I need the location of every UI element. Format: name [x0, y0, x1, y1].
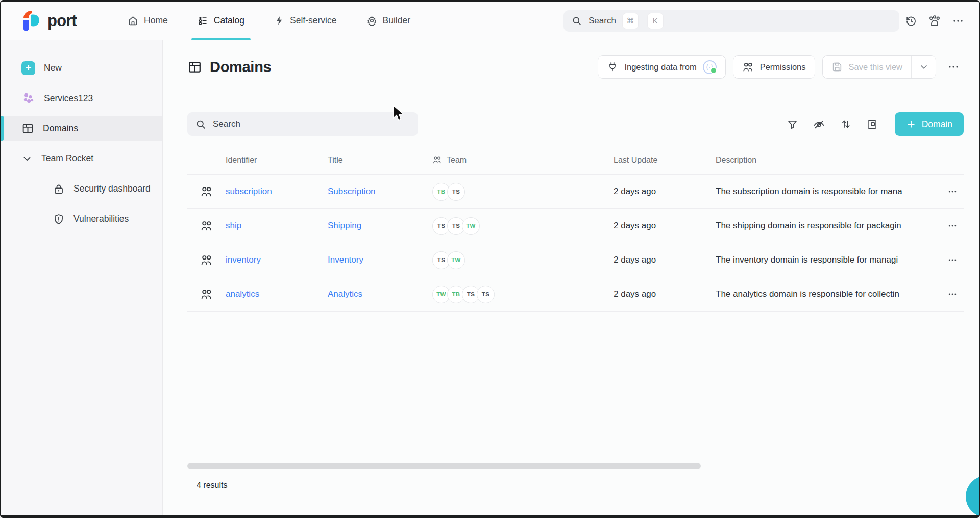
- catalog-icon: [198, 15, 208, 26]
- column-header-title[interactable]: Title: [328, 156, 432, 165]
- page-title: Domains: [187, 59, 271, 76]
- top-header: port Home Catalog: [1, 2, 979, 40]
- table-row: analytics Analytics TW TB TS TS 2 days a…: [187, 277, 964, 312]
- sidebar-item-team-rocket[interactable]: Team Rocket: [1, 146, 162, 171]
- team-badge[interactable]: TS: [447, 183, 465, 201]
- table-toolbar: Search: [187, 112, 964, 136]
- ellipsis-icon: [947, 221, 958, 231]
- search-placeholder: Search: [589, 16, 616, 26]
- nav-tab-label: Home: [144, 15, 168, 26]
- title-link[interactable]: Subscription: [328, 186, 432, 197]
- identifier-link[interactable]: subscription: [226, 186, 328, 197]
- plus-square-icon: +: [21, 61, 35, 75]
- ellipsis-icon: [947, 289, 958, 299]
- row-more-button[interactable]: [941, 221, 964, 231]
- row-more-button[interactable]: [941, 186, 964, 197]
- people-group-icon: [928, 14, 941, 28]
- filter-button[interactable]: [781, 113, 804, 135]
- port-logo-mark: [22, 10, 43, 32]
- primary-nav: Home Catalog Self-service: [128, 2, 410, 40]
- column-header-team[interactable]: Team: [432, 155, 614, 165]
- team-badges: TB TS: [432, 183, 614, 201]
- team-badge[interactable]: TW: [462, 217, 480, 235]
- title-link[interactable]: Inventory: [328, 255, 432, 265]
- nested-box-icon: [866, 119, 878, 130]
- table-row: inventory Inventory TS TW 2 days ago The…: [187, 243, 964, 277]
- history-button[interactable]: [899, 9, 923, 33]
- save-view-group: Save this view: [822, 55, 936, 79]
- identifier-link[interactable]: analytics: [226, 289, 328, 299]
- column-header-description[interactable]: Description: [716, 156, 941, 165]
- team-badges: TS TW: [432, 251, 614, 269]
- nav-tab-self-service[interactable]: Self-service: [274, 2, 336, 40]
- integration-status-icon: ⟨·⟩: [703, 60, 717, 74]
- column-header-last-update[interactable]: Last Update: [614, 156, 716, 165]
- sidebar-item-services123[interactable]: Services123: [1, 86, 162, 111]
- team-badge[interactable]: TW: [447, 251, 465, 269]
- eye-slash-icon: [813, 118, 825, 131]
- column-header-identifier[interactable]: Identifier: [226, 156, 328, 165]
- lock-icon: [53, 183, 65, 195]
- horizontal-scrollbar[interactable]: [187, 463, 701, 469]
- nav-tab-catalog[interactable]: Catalog: [198, 2, 244, 40]
- brand-name: port: [47, 12, 77, 30]
- row-more-button[interactable]: [941, 289, 964, 299]
- table-search-placeholder: Search: [213, 119, 240, 129]
- funnel-icon: [787, 119, 798, 130]
- domain-entity-icon: [187, 220, 226, 232]
- nav-tab-builder[interactable]: Builder: [366, 2, 410, 40]
- hide-columns-button[interactable]: [808, 113, 830, 135]
- plug-icon: [607, 61, 618, 73]
- search-icon: [195, 119, 206, 130]
- page-more-button[interactable]: [943, 55, 964, 79]
- table-row: subscription Subscription TB TS 2 days a…: [187, 175, 964, 209]
- ingesting-data-button[interactable]: Ingesting data from ⟨·⟩: [598, 55, 725, 79]
- table-search-input[interactable]: Search: [187, 112, 418, 136]
- people-icon: [742, 61, 754, 73]
- title-link[interactable]: Analytics: [328, 289, 432, 299]
- ellipsis-icon: [947, 255, 958, 265]
- identifier-link[interactable]: inventory: [226, 255, 328, 265]
- k-key-hint: K: [648, 13, 663, 29]
- ellipsis-icon: [952, 15, 964, 27]
- port-logo[interactable]: port: [22, 10, 77, 32]
- table-tools: Domain: [781, 112, 964, 136]
- save-view-button[interactable]: Save this view: [823, 56, 911, 78]
- sidebar-item-label: Vulnerabilities: [74, 214, 129, 224]
- nav-tab-label: Self-service: [290, 15, 336, 26]
- permissions-label: Permissions: [760, 62, 806, 72]
- search-icon: [572, 16, 582, 26]
- sidebar-item-new[interactable]: + New: [1, 56, 162, 81]
- results-count: 4 results: [197, 481, 227, 490]
- identifier-link[interactable]: ship: [226, 221, 328, 231]
- sidebar-item-label: New: [44, 63, 62, 74]
- team-badges: TS TS TW: [432, 217, 614, 235]
- title-link[interactable]: Shipping: [328, 221, 432, 231]
- row-more-button[interactable]: [941, 255, 964, 265]
- nav-tab-home[interactable]: Home: [128, 2, 168, 40]
- blueprint-cluster-icon: [21, 91, 35, 105]
- save-view-dropdown-button[interactable]: [911, 56, 936, 78]
- header-more-button[interactable]: [946, 9, 970, 33]
- gear-icon: [366, 15, 377, 26]
- sidebar-item-security-dashboard[interactable]: Security dashboard: [1, 176, 162, 201]
- chevron-down-icon: [21, 153, 33, 164]
- permissions-button[interactable]: Permissions: [733, 55, 815, 79]
- page-actions: Ingesting data from ⟨·⟩ Permissions: [598, 55, 964, 79]
- app-window: port Home Catalog: [0, 0, 980, 518]
- group-by-button[interactable]: [861, 113, 884, 135]
- organization-button[interactable]: [923, 9, 946, 33]
- sidebar-item-domains[interactable]: Domains: [1, 116, 162, 141]
- global-search-input[interactable]: Search ⌘ K: [564, 10, 899, 32]
- header-divider: [187, 96, 979, 96]
- team-badge[interactable]: TS: [477, 286, 495, 303]
- nav-tab-label: Builder: [383, 15, 410, 26]
- sort-button[interactable]: [835, 113, 857, 135]
- domain-entity-icon: [187, 185, 226, 198]
- sidebar-item-label: Domains: [43, 123, 78, 134]
- table-header-row: Identifier Title Team Last Update Descri…: [187, 146, 964, 175]
- sidebar-item-vulnerabilities[interactable]: Vulnerabilities: [1, 206, 162, 231]
- cmd-key-hint: ⌘: [623, 13, 638, 29]
- last-update-cell: 2 days ago: [614, 186, 716, 197]
- add-domain-button[interactable]: Domain: [895, 112, 964, 136]
